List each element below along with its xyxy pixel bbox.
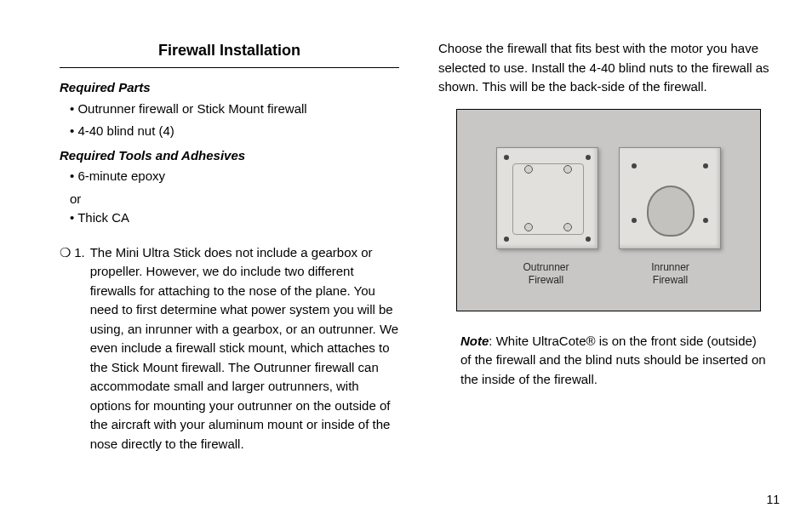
caption-inrunner: Inrunner Firewall bbox=[620, 261, 721, 288]
hole-icon bbox=[586, 155, 591, 160]
step-body: The Mini Ultra Stick does not include a … bbox=[90, 243, 399, 454]
note-lead: Note bbox=[460, 334, 489, 348]
section-heading: Firewall Installation bbox=[60, 39, 399, 68]
note-body: : White UltraCote® is on the front side … bbox=[460, 334, 766, 386]
screw-icon bbox=[524, 223, 533, 231]
intro-paragraph: Choose the firewall that fits best with … bbox=[438, 39, 778, 97]
hole-icon bbox=[632, 218, 637, 223]
screw-icon bbox=[524, 165, 533, 174]
hole-icon bbox=[632, 163, 637, 168]
inrunner-firewall-icon bbox=[619, 147, 721, 249]
hole-icon bbox=[504, 237, 509, 242]
caption-line: Firewall bbox=[529, 274, 563, 286]
left-column: Firewall Installation Required Parts • O… bbox=[60, 39, 399, 499]
hole-icon bbox=[703, 218, 708, 223]
page-number: 11 bbox=[766, 493, 780, 506]
gearbox-hole-icon bbox=[647, 185, 695, 237]
caption-outrunner: Outrunner Firewall bbox=[496, 261, 597, 288]
required-parts-heading: Required Parts bbox=[60, 78, 399, 98]
hole-icon bbox=[504, 155, 509, 160]
outrunner-firewall-icon bbox=[496, 147, 598, 249]
step-marker: ❍ 1. bbox=[60, 243, 85, 454]
required-parts-item: • Outrunner firewall or Stick Mount fire… bbox=[70, 100, 399, 119]
required-tools-item: • 6-minute epoxy bbox=[70, 167, 399, 186]
screw-icon bbox=[563, 223, 572, 231]
hole-icon bbox=[586, 237, 591, 242]
required-tools-heading: Required Tools and Adhesives bbox=[60, 146, 399, 166]
caption-line: Firewall bbox=[653, 274, 688, 286]
motor-plate-icon bbox=[512, 163, 584, 235]
firewall-photo: Outrunner Firewall Inrunner Firewall bbox=[456, 109, 761, 311]
caption-line: Inrunner bbox=[651, 261, 689, 273]
right-column: Choose the firewall that fits best with … bbox=[438, 39, 778, 499]
page: Firewall Installation Required Parts • O… bbox=[0, 0, 812, 525]
caption-line: Outrunner bbox=[523, 261, 569, 273]
screw-icon bbox=[563, 165, 572, 174]
note: Note: White UltraCote® is on the front s… bbox=[460, 332, 769, 390]
or-text: or bbox=[70, 190, 399, 209]
required-parts-item: • 4-40 blind nut (4) bbox=[70, 122, 399, 141]
required-tools-item: • Thick CA bbox=[70, 208, 399, 228]
hole-icon bbox=[703, 163, 708, 168]
step-1: ❍ 1. The Mini Ultra Stick does not inclu… bbox=[60, 243, 399, 454]
